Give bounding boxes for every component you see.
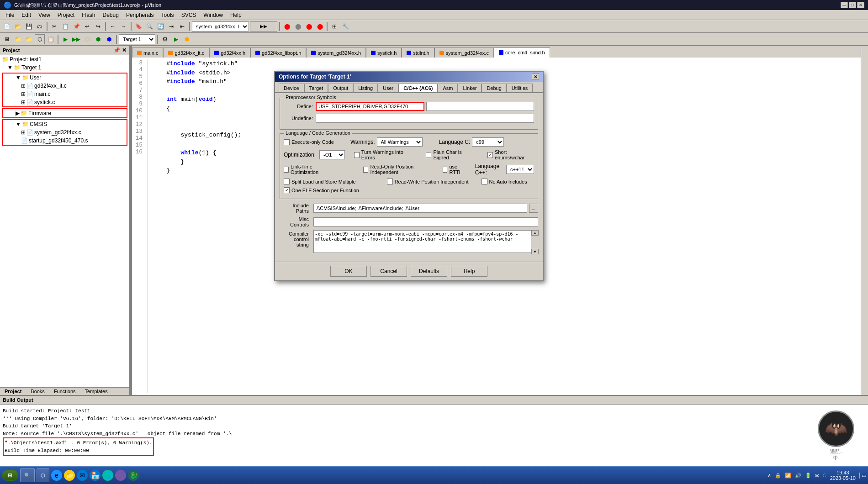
warnings-label: Warnings: — [350, 139, 375, 145]
dialog-title-label: Options for Target 'Target 1' — [279, 74, 351, 80]
textarea-scrollbar: ▲ ▼ — [531, 230, 538, 254]
oneelf-check[interactable] — [284, 187, 290, 193]
lang-row5: One ELF Section per Function — [284, 187, 534, 193]
linktime-check[interactable] — [284, 167, 289, 173]
turn-warnings-check[interactable] — [354, 152, 360, 158]
plain-char-label: Plain Char is Signed — [433, 149, 475, 160]
dialog-tab-device[interactable]: Device — [279, 84, 304, 92]
execute-only-opt: Execute-only Code — [284, 139, 334, 145]
rtti-check[interactable] — [443, 167, 448, 173]
compiler-container: -xc -std=c99 -target=arm-arm-none-eabi -… — [313, 230, 538, 254]
include-input[interactable] — [313, 204, 527, 213]
dialog-title-bar: Options for Target 'Target 1' ✕ — [275, 72, 543, 82]
langC-select[interactable]: c99 c90 c11 — [472, 137, 504, 147]
dialog-tab-linker[interactable]: Linker — [458, 84, 482, 92]
turn-warnings-opt: Turn Warnings into Errors — [354, 149, 413, 160]
misc-label: MiscControls — [280, 216, 312, 227]
plain-char-check[interactable] — [426, 152, 431, 158]
warnings-select[interactable]: All Warnings No Warnings — [377, 137, 423, 147]
undefine-input[interactable] — [316, 114, 534, 123]
short-enums-label: Short enums/wchar — [495, 149, 534, 160]
dialog-tabs: Device Target Output Listing User C/C++ … — [275, 82, 543, 93]
lang-row2: Optimization: -O1 -O0 -O2 Turn Warnings … — [284, 149, 534, 160]
scroll-track — [531, 236, 538, 249]
rtti-label: use RTTI — [449, 164, 466, 175]
langCpp-label: Language C++: — [475, 163, 504, 176]
readwrite-label: Read-Write Position Independent — [395, 179, 469, 184]
linktime-opt: Link-Time Optimization — [284, 164, 332, 175]
dialog-tab-ccpp[interactable]: C/C++ (AC6) — [398, 84, 438, 92]
readonly-label: Read-Only Position Independent — [370, 164, 429, 175]
cancel-button[interactable]: Cancel — [370, 266, 407, 277]
noauto-label: No Auto Includes — [489, 179, 527, 184]
dialog-tab-output[interactable]: Output — [328, 84, 353, 92]
preprocessor-section: Preprocessor Symbols Define: Undefine: — [280, 98, 538, 130]
dialog-tab-user[interactable]: User — [378, 84, 398, 92]
dialog-tab-debug[interactable]: Debug — [482, 84, 506, 92]
include-paths-row: IncludePaths ... — [280, 203, 538, 214]
language-section: Language / Code Generation Execute-only … — [280, 133, 538, 199]
undefine-label: Undefine: — [284, 116, 316, 121]
short-enums-opt: Short enums/wchar — [487, 149, 534, 160]
dialog-tab-utilities[interactable]: Utilities — [507, 84, 533, 92]
readonly-check[interactable] — [363, 167, 368, 173]
dialog-close-button[interactable]: ✕ — [532, 74, 539, 80]
langC-label: Language C: — [439, 139, 471, 145]
dialog-body: Preprocessor Symbols Define: Undefine: L… — [275, 93, 543, 262]
readwrite-opt: Read-Write Position Independent — [387, 179, 469, 184]
noauto-opt: No Auto Includes — [482, 179, 527, 184]
defaults-button[interactable]: Defaults — [411, 266, 447, 277]
misc-row: MiscControls — [280, 216, 538, 227]
undefine-row: Undefine: — [284, 114, 534, 123]
linktime-label: Link-Time Optimization — [291, 164, 332, 175]
lang-row1: Execute-only Code Warnings: All Warnings… — [284, 137, 534, 147]
splitload-check[interactable] — [284, 179, 290, 184]
opt-select[interactable]: -O1 -O0 -O2 — [319, 150, 345, 159]
compiler-label: Compilercontrolstring — [280, 230, 312, 247]
oneelf-opt: One ELF Section per Function — [284, 187, 359, 193]
compiler-row: Compilercontrolstring -xc -std=c99 -targ… — [280, 230, 538, 254]
dialog-overlay: Options for Target 'Target 1' ✕ Device T… — [0, 0, 868, 484]
ok-button[interactable]: OK — [330, 266, 367, 277]
oneelf-label: One ELF Section per Function — [291, 188, 359, 193]
execute-only-check[interactable] — [284, 139, 290, 145]
splitload-opt: Split Load and Store Multiple — [284, 179, 356, 184]
scroll-up[interactable]: ▲ — [531, 230, 539, 236]
readonly-opt: Read-Only Position Independent — [363, 164, 429, 175]
define-extra-input[interactable] — [426, 102, 534, 111]
langCpp-group: Language C++: c++11 c++03 c++14 — [475, 163, 534, 176]
options-dialog: Options for Target 'Target 1' ✕ Device T… — [274, 71, 544, 281]
misc-input[interactable] — [313, 217, 538, 226]
readwrite-check[interactable] — [387, 179, 393, 184]
turn-warnings-label: Turn Warnings into Errors — [361, 149, 413, 160]
define-row: Define: — [284, 102, 534, 111]
warnings-group: Warnings: All Warnings No Warnings — [350, 137, 423, 147]
rtti-opt: use RTTI — [443, 164, 466, 175]
dialog-tab-listing[interactable]: Listing — [353, 84, 378, 92]
define-label: Define: — [284, 104, 316, 109]
short-enums-check[interactable] — [487, 152, 493, 158]
help-button[interactable]: Help — [451, 266, 487, 277]
dialog-buttons: OK Cancel Defaults Help — [275, 262, 543, 280]
include-browse-btn[interactable]: ... — [529, 204, 538, 213]
scroll-down[interactable]: ▼ — [531, 249, 539, 254]
dialog-tab-target[interactable]: Target — [304, 84, 328, 92]
noauto-check[interactable] — [482, 179, 487, 184]
define-input[interactable] — [316, 102, 424, 111]
opt-label: Optimization: — [284, 152, 316, 158]
execute-only-label: Execute-only Code — [291, 139, 334, 145]
plain-char-opt: Plain Char is Signed — [426, 149, 475, 160]
preprocessor-label: Preprocessor Symbols — [284, 95, 338, 100]
language-label: Language / Code Generation — [284, 130, 352, 136]
lang-row4: Split Load and Store Multiple Read-Write… — [284, 179, 534, 184]
splitload-label: Split Load and Store Multiple — [291, 179, 356, 184]
compiler-textarea[interactable]: -xc -std=c99 -target=arm-arm-none-eabi -… — [313, 230, 538, 253]
langCpp-select[interactable]: c++11 c++03 c++14 — [506, 165, 534, 174]
include-label: IncludePaths — [280, 203, 312, 214]
lang-row3: Link-Time Optimization Read-Only Positio… — [284, 163, 534, 176]
langC-group: Language C: c99 c90 c11 — [439, 137, 504, 147]
dialog-tab-asm[interactable]: Asm — [438, 84, 458, 92]
